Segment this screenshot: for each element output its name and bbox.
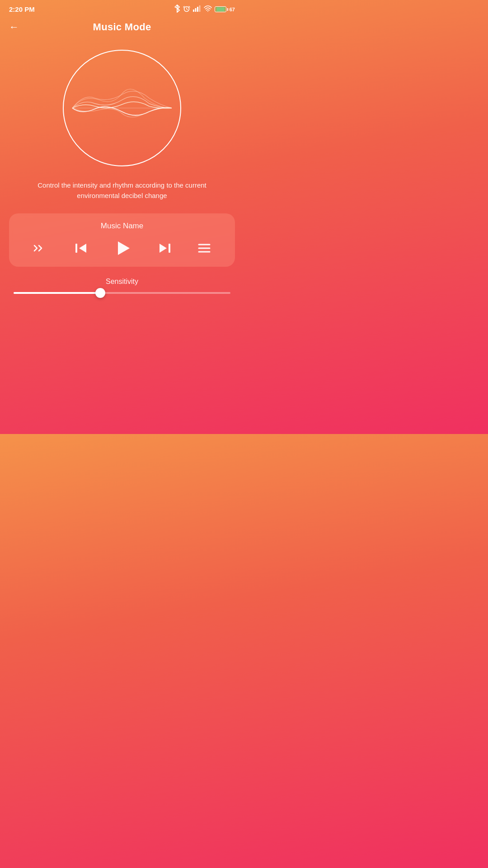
previous-button[interactable] (74, 241, 88, 255)
description-text: Control the intensity and rhythm accordi… (0, 180, 244, 201)
menu-button[interactable] (197, 241, 211, 255)
svg-rect-3 (197, 7, 198, 12)
svg-rect-2 (195, 8, 196, 12)
header: ← Music Mode (0, 17, 244, 40)
next-button[interactable] (158, 241, 172, 255)
signal-icon (193, 5, 201, 13)
battery-icon: 67 (215, 6, 235, 12)
shuffle-button[interactable] (33, 240, 49, 256)
player-card: Music Name (9, 213, 235, 267)
sensitivity-label: Sensitivity (14, 278, 230, 286)
battery-percent: 67 (230, 7, 235, 12)
waveform-circle (54, 45, 190, 171)
svg-rect-4 (199, 5, 200, 12)
svg-rect-1 (193, 9, 194, 12)
music-name: Music Name (20, 222, 224, 231)
waveform-circle-container (0, 45, 244, 171)
svg-rect-7 (75, 244, 77, 253)
sensitivity-slider-track[interactable] (14, 292, 230, 294)
back-button[interactable]: ← (9, 21, 19, 33)
status-bar: 2:20 PM (0, 0, 244, 17)
svg-point-5 (207, 11, 208, 12)
svg-rect-8 (169, 244, 170, 253)
bluetooth-icon (174, 5, 180, 14)
status-time: 2:20 PM (9, 5, 35, 13)
sensitivity-slider-fill (14, 292, 100, 294)
sensitivity-slider-thumb[interactable] (95, 288, 105, 298)
sensitivity-section: Sensitivity (0, 278, 244, 294)
play-button[interactable] (113, 239, 132, 258)
player-controls (20, 239, 224, 258)
page-title: Music Mode (93, 21, 151, 33)
wifi-icon (204, 5, 212, 13)
status-icons: 67 (174, 5, 235, 14)
alarm-icon (183, 5, 190, 14)
